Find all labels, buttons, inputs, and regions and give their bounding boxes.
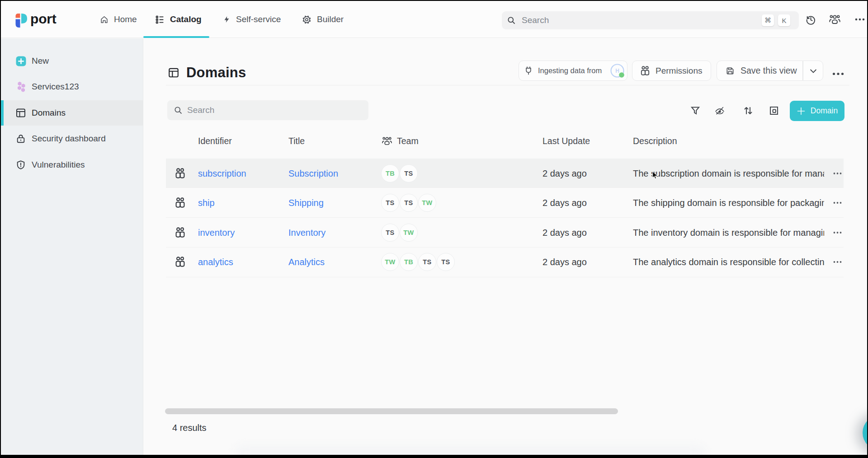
- svg-text:port: port: [30, 13, 57, 26]
- svg-text:H: H: [615, 68, 619, 74]
